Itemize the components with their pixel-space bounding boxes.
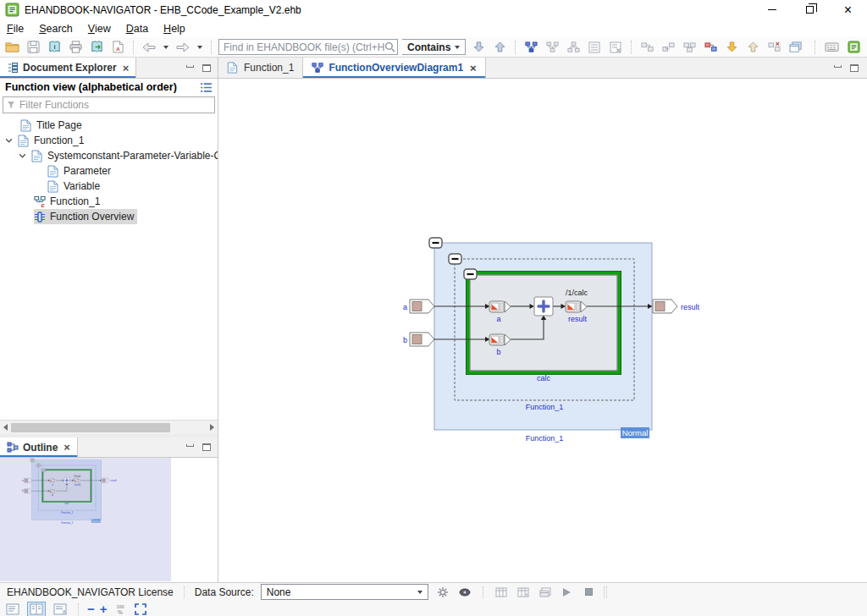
function-overview-diagram-icon (312, 62, 323, 74)
list-view-icon[interactable] (586, 39, 603, 56)
back-icon[interactable] (141, 39, 157, 56)
expand-subsystem-icon[interactable] (638, 39, 655, 56)
svg-text:%: % (118, 609, 123, 615)
menu-view[interactable]: View (88, 23, 111, 35)
menu-search[interactable]: Search (39, 23, 73, 35)
text-page-view-icon[interactable]: a (51, 602, 69, 616)
find-previous-icon[interactable] (491, 39, 508, 56)
outline-icon (7, 442, 19, 454)
maximize-panel-icon[interactable] (202, 64, 211, 72)
menu-help[interactable]: Help (163, 23, 185, 35)
close-tab-icon[interactable]: × (123, 62, 130, 74)
keyboard-shortcuts-icon[interactable] (823, 39, 840, 56)
document-icon (47, 180, 59, 193)
find-input[interactable] (224, 41, 384, 53)
import-data-icon[interactable] (723, 39, 740, 56)
tree-item-title-page[interactable]: Title Page (0, 118, 218, 133)
export-handbook-icon[interactable] (88, 39, 105, 56)
diagram-canvas[interactable] (218, 79, 867, 582)
tab-function-1[interactable]: Function_1 (218, 58, 302, 78)
menu-file[interactable]: File (7, 23, 24, 35)
zoom-100-icon[interactable]: 100% (113, 602, 128, 616)
about-navigator-icon[interactable] (845, 39, 862, 56)
close-tab-icon[interactable]: × (64, 441, 70, 454)
search-mode-dropdown[interactable]: Contains (402, 39, 466, 55)
minimize-panel-icon[interactable] (186, 65, 194, 68)
clear-list-icon[interactable] (607, 39, 624, 56)
tab-function-overview-diagram-1[interactable]: FunctionOverviewDiagram1 × (302, 58, 485, 78)
window-title: EHANDBOOK-NAVIGATOR - EHB_CCode_Example_… (25, 4, 301, 16)
remove-diagram-icon[interactable] (765, 39, 782, 56)
outline-viewport-indicator[interactable] (0, 458, 171, 581)
app-icon (5, 3, 19, 17)
tab-outline[interactable]: Outline × (0, 437, 78, 457)
title-bar: EHANDBOOK-NAVIGATOR - EHB_CCode_Example_… (0, 0, 867, 19)
outline-thumbnail-area[interactable] (0, 458, 218, 582)
measurement-grid-icon[interactable] (516, 586, 531, 599)
maximize-editor-icon[interactable] (850, 64, 859, 72)
search-icon[interactable] (384, 41, 395, 52)
function-overview-icon[interactable] (522, 39, 539, 56)
menu-data[interactable]: Data (126, 23, 148, 35)
tree-item-function-overview[interactable]: Function Overview (0, 209, 218, 224)
tree-item-systemconstant-chapter[interactable]: Systemconstant-Parameter-Variable-Ch (0, 148, 218, 163)
close-tab-icon[interactable]: × (470, 62, 477, 74)
find-next-icon[interactable] (470, 39, 487, 56)
print-icon[interactable] (67, 39, 84, 56)
callees-diagram-icon[interactable] (565, 39, 582, 56)
svg-text:A: A (116, 47, 120, 52)
two-page-view-icon[interactable] (27, 602, 46, 616)
zoom-in-icon[interactable]: + (100, 602, 108, 615)
minimize-editor-icon[interactable] (834, 65, 842, 68)
calibration-grid-icon[interactable] (494, 586, 509, 599)
component-view-icon[interactable] (702, 39, 719, 56)
stop-measurement-icon[interactable] (582, 586, 597, 599)
data-source-view-icon[interactable] (457, 586, 472, 599)
fit-to-view-icon[interactable] (133, 602, 148, 616)
minimize-button[interactable] (753, 0, 791, 19)
function-overview-diagram[interactable] (398, 235, 713, 450)
export-data-icon[interactable] (744, 39, 761, 56)
function-diagram-icon: c (34, 195, 46, 208)
scrollbar-thumb[interactable] (11, 423, 170, 432)
open-icon[interactable] (3, 39, 20, 56)
forward-icon[interactable] (174, 39, 191, 56)
tree-item-function-1-diagram[interactable]: c Function_1 (0, 194, 218, 209)
view-menu-icon[interactable] (200, 82, 213, 93)
callers-diagram-icon[interactable] (544, 39, 561, 56)
restore-button[interactable] (791, 0, 829, 19)
tab-label: Outline (23, 442, 58, 454)
tab-document-explorer[interactable]: Document Explorer × (0, 58, 136, 78)
tree-item-parameter[interactable]: Parameter (0, 163, 218, 179)
handbook-icon[interactable]: i (46, 39, 63, 56)
data-source-dropdown[interactable]: None (261, 584, 428, 600)
back-history-dropdown-icon[interactable] (162, 39, 170, 56)
new-window-icon[interactable] (787, 39, 803, 56)
start-measurement-icon[interactable] (560, 586, 575, 599)
horizontal-scrollbar[interactable] (0, 420, 218, 434)
license-status: EHANDBOOK_NAVIGATOR License (7, 586, 174, 598)
maximize-panel-icon[interactable] (202, 443, 211, 451)
forward-history-dropdown-icon[interactable] (196, 39, 204, 56)
svg-text:a: a (63, 608, 66, 614)
pdf-export-icon[interactable]: A (109, 39, 126, 56)
save-icon[interactable] (25, 39, 41, 56)
single-page-view-icon[interactable] (3, 602, 22, 616)
expand-all-icon[interactable] (681, 39, 698, 56)
main-toolbar: i A Contains (0, 37, 867, 58)
filter-functions-input[interactable]: Filter Functions (3, 96, 215, 113)
zoom-out-icon[interactable]: − (87, 602, 95, 615)
tree-item-function-1[interactable]: Function_1 (0, 133, 218, 148)
filter-icon (7, 101, 15, 109)
experiment-grid-icon[interactable] (538, 586, 553, 599)
data-source-settings-icon[interactable] (435, 586, 450, 599)
chevron-down-icon[interactable] (5, 138, 13, 143)
minimize-panel-icon[interactable] (186, 444, 194, 447)
scroll-right-icon[interactable] (207, 421, 218, 435)
collapse-subsystem-icon[interactable] (660, 39, 676, 56)
scroll-left-icon[interactable] (0, 421, 11, 435)
editor-tab-bar: Function_1 FunctionOverviewDiagram1 × (218, 58, 867, 79)
tree-item-variable[interactable]: Variable (0, 179, 218, 194)
close-button[interactable]: × (829, 0, 867, 19)
chevron-down-icon[interactable] (19, 153, 26, 158)
